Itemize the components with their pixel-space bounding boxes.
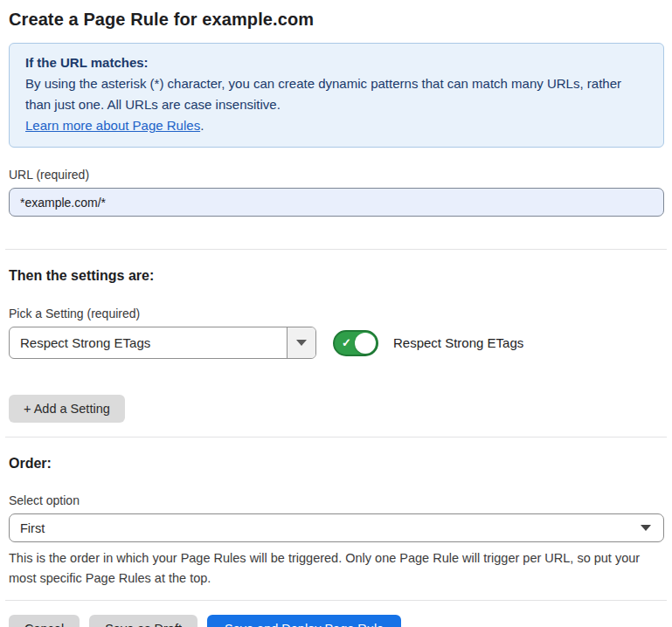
section-divider (5, 437, 667, 438)
info-callout-body: By using the asterisk (*) character, you… (25, 73, 648, 115)
info-callout-link-line: Learn more about Page Rules. (25, 115, 648, 136)
create-page-rule-panel: Create a Page Rule for example.com If th… (0, 10, 672, 627)
url-input[interactable] (9, 188, 664, 217)
toggle-knob (355, 333, 376, 354)
save-as-draft-button[interactable]: Save as Draft (89, 615, 197, 627)
footer-actions: Cancel Save as Draft Save and Deploy Pag… (9, 615, 664, 627)
order-select-label: Select option (9, 493, 664, 507)
pick-setting-label: Pick a Setting (required) (9, 307, 664, 320)
info-callout-heading: If the URL matches: (25, 52, 648, 73)
add-setting-button[interactable]: + Add a Setting (9, 395, 125, 423)
order-section-heading: Order: (9, 456, 664, 472)
check-icon: ✓ (342, 337, 351, 348)
setting-select-arrow-section[interactable] (287, 327, 315, 358)
link-suffix: . (200, 118, 204, 133)
order-select-value: First (20, 521, 45, 535)
setting-select-value: Respect Strong ETags (10, 327, 287, 358)
setting-select[interactable]: Respect Strong ETags (9, 327, 316, 359)
section-divider (5, 249, 667, 250)
save-and-deploy-button[interactable]: Save and Deploy Page Rule (207, 615, 401, 627)
footer-divider (5, 600, 667, 601)
cancel-button[interactable]: Cancel (9, 615, 80, 627)
chevron-down-icon (641, 525, 651, 531)
learn-more-link[interactable]: Learn more about Page Rules (25, 118, 200, 133)
url-match-info-callout: If the URL matches: By using the asteris… (9, 43, 664, 148)
setting-toggle[interactable]: ✓ (333, 330, 378, 356)
chevron-down-icon (296, 340, 307, 346)
setting-row: Respect Strong ETags ✓ Respect Strong ET… (9, 327, 664, 359)
order-select[interactable]: First (9, 513, 664, 542)
settings-section-heading: Then the settings are: (9, 268, 664, 284)
page-title: Create a Page Rule for example.com (9, 10, 664, 30)
url-field-label: URL (required) (9, 168, 664, 182)
order-help-text: This is the order in which your Page Rul… (9, 548, 660, 589)
setting-toggle-label: Respect Strong ETags (393, 335, 523, 350)
